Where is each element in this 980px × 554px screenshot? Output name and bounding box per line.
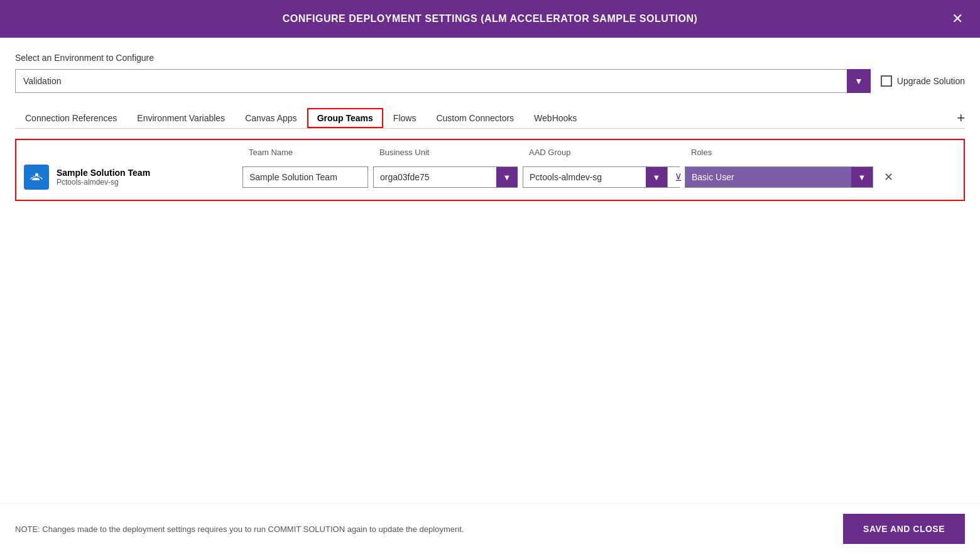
dialog-header: CONFIGURE DEPLOYMENT SETTINGS (ALM Accel… [0,0,980,38]
svg-rect-0 [29,170,44,185]
roles-dropdown-button[interactable]: ▼ [851,167,873,187]
environment-select-wrapper: ▼ [15,69,871,93]
team-name-display: Sample Solution Team [57,168,150,178]
team-sub-display: Pctools-almdev-sg [57,178,150,187]
roles-input[interactable] [685,167,851,187]
col-header-roles: Roles [685,148,873,157]
environment-input[interactable] [15,69,871,93]
table-row: Sample Solution Team Pctools-almdev-sg ▼ [16,160,964,195]
dialog-footer: NOTE: Changes made to the deployment set… [0,503,980,554]
aad-group-wrapper: ▼ ⊻ [523,166,680,188]
upgrade-solution-wrapper: Upgrade Solution [881,75,965,87]
chevron-down-icon: ▼ [854,76,863,86]
delete-row-button[interactable]: ✕ [878,167,898,187]
footer-note: NOTE: Changes made to the deployment set… [15,524,464,534]
environment-label: Select an Environment to Configure [15,53,965,63]
team-icon [24,165,49,190]
col-header-aad-group: AAD Group [523,148,680,157]
chevron-down-icon: ▼ [858,173,866,182]
tab-webhooks[interactable]: WebHooks [524,108,587,128]
col-header-actions [878,148,903,157]
environment-dropdown-button[interactable]: ▼ [847,69,871,93]
environment-row: ▼ Upgrade Solution [15,69,965,93]
teams-svg-icon [29,170,44,185]
dialog-body: Select an Environment to Configure ▼ Upg… [0,38,980,251]
team-info-cell: Sample Solution Team Pctools-almdev-sg [24,165,237,190]
team-name-field-wrapper [242,166,368,188]
col-header-team-info [24,148,237,157]
business-unit-wrapper: ▼ [373,166,518,188]
team-text: Sample Solution Team Pctools-almdev-sg [57,168,150,187]
tab-flows[interactable]: Flows [383,108,427,128]
aad-group-input[interactable] [523,167,646,187]
roles-wrapper: ▼ [685,166,873,188]
team-name-input[interactable] [242,166,368,188]
tab-custom-connectors[interactable]: Custom Connectors [426,108,524,128]
close-icon: ✕ [884,170,893,184]
col-header-team-name: Team Name [242,148,368,157]
close-button[interactable]: ✕ [947,9,967,29]
group-teams-table: Team Name Business Unit AAD Group Roles [15,139,965,201]
table-header-row: Team Name Business Unit AAD Group Roles [16,145,964,160]
tab-canvas-apps[interactable]: Canvas Apps [235,108,307,128]
upgrade-solution-checkbox[interactable] [881,75,892,87]
col-header-business-unit: Business Unit [373,148,518,157]
tab-environment-variables[interactable]: Environment Variables [127,108,235,128]
tab-connection-references[interactable]: Connection References [15,108,127,128]
dialog-title: CONFIGURE DEPLOYMENT SETTINGS (ALM Accel… [283,13,698,24]
tabs-row: Connection References Environment Variab… [15,108,965,129]
chevron-down-icon: ▼ [653,173,661,182]
business-unit-input[interactable] [374,167,496,187]
tab-group-teams[interactable]: Group Teams [307,108,383,128]
filter-icon: ⊻ [675,171,682,183]
chevron-down-icon: ▼ [503,173,511,182]
aad-group-dropdown-button[interactable]: ▼ [646,167,667,187]
upgrade-solution-label: Upgrade Solution [897,76,965,86]
business-unit-dropdown-button[interactable]: ▼ [496,167,518,187]
save-and-close-button[interactable]: SAVE AND CLOSE [843,514,965,544]
add-row-button[interactable]: + [957,111,965,125]
